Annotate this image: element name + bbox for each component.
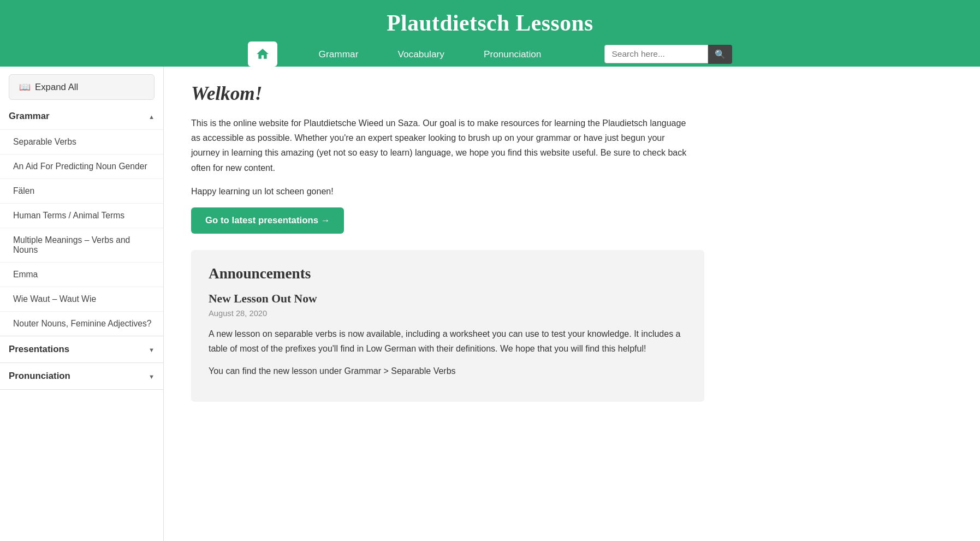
- presentations-chevron-icon: [149, 344, 155, 355]
- grammar-section-label: Grammar: [9, 111, 50, 122]
- sidebar-grammar-header[interactable]: Grammar: [0, 103, 163, 129]
- nav-pronunciation[interactable]: Pronunciation: [464, 42, 561, 67]
- sidebar-item-faelen[interactable]: Fälen: [0, 179, 163, 203]
- sidebar-item-multiple-meanings[interactable]: Multiple Meanings – Verbs and Nouns: [0, 228, 163, 262]
- welcome-paragraph-1: This is the online website for Plautdiet…: [191, 116, 693, 175]
- sidebar-item-nouter-nouns[interactable]: Nouter Nouns, Feminine Adjectives?: [0, 311, 163, 336]
- sidebar-item-aid-noun-gender[interactable]: An Aid For Predicting Noun Gender: [0, 154, 163, 179]
- home-button[interactable]: [248, 41, 277, 67]
- search-input[interactable]: [604, 45, 708, 63]
- book-icon: 📖: [19, 81, 31, 93]
- sidebar: 📖 Expand All Grammar Separable Verbs An …: [0, 67, 164, 541]
- sidebar-item-emma[interactable]: Emma: [0, 262, 163, 287]
- sidebar-presentations-header[interactable]: Presentations: [0, 336, 163, 362]
- home-icon: [256, 47, 270, 61]
- main-content: Welkom! This is the online website for P…: [164, 67, 980, 541]
- cta-button[interactable]: Go to latest presentations →: [191, 207, 344, 234]
- sidebar-item-separable-verbs[interactable]: Separable Verbs: [0, 129, 163, 154]
- announcements-box: Announcements New Lesson Out Now August …: [191, 250, 704, 402]
- sidebar-item-human-animal[interactable]: Human Terms / Animal Terms: [0, 203, 163, 228]
- sidebar-section-grammar: Grammar Separable Verbs An Aid For Predi…: [0, 103, 163, 336]
- nav-vocabulary[interactable]: Vocabulary: [378, 42, 464, 67]
- sidebar-section-presentations: Presentations: [0, 336, 163, 363]
- welcome-paragraph-2: Happy learning un lot scheen gonen!: [191, 184, 693, 199]
- main-layout: 📖 Expand All Grammar Separable Verbs An …: [0, 67, 980, 541]
- expand-all-button[interactable]: 📖 Expand All: [9, 74, 155, 100]
- welcome-title: Welkom!: [191, 83, 953, 105]
- header: Plautdietsch Lessons Grammar Vocabulary …: [0, 0, 980, 67]
- pronunciation-section-label: Pronunciation: [9, 371, 70, 382]
- announcement-body-2: You can find the new lesson under Gramma…: [209, 364, 687, 378]
- sidebar-item-wie-waut[interactable]: Wie Waut – Waut Wie: [0, 287, 163, 311]
- search-icon: 🔍: [715, 50, 726, 59]
- search-area: 🔍: [604, 45, 732, 64]
- search-button[interactable]: 🔍: [708, 45, 732, 64]
- announcement-body-1: A new lesson on separable verbs is now a…: [209, 326, 687, 356]
- expand-all-label: Expand All: [35, 82, 78, 93]
- site-title: Plautdietsch Lessons: [387, 0, 593, 41]
- nav-bar: Grammar Vocabulary Pronunciation 🔍: [0, 41, 980, 67]
- pronunciation-chevron-icon: [149, 371, 155, 382]
- announcement-heading-1: New Lesson Out Now: [209, 292, 687, 306]
- announcements-title: Announcements: [209, 265, 687, 282]
- presentations-section-label: Presentations: [9, 344, 69, 355]
- sidebar-section-pronunciation: Pronunciation: [0, 363, 163, 390]
- nav-grammar[interactable]: Grammar: [299, 42, 378, 67]
- grammar-chevron-icon: [149, 111, 155, 122]
- sidebar-pronunciation-header[interactable]: Pronunciation: [0, 363, 163, 389]
- announcement-date-1: August 28, 2020: [209, 309, 687, 318]
